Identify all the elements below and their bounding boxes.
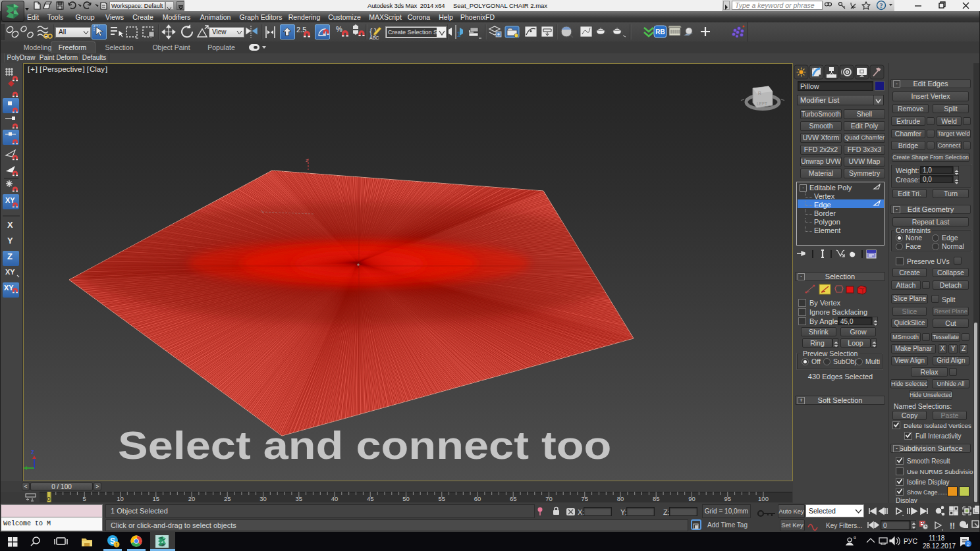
svg-text:R: R [758, 91, 761, 95]
svg-text:95: 95 [724, 495, 732, 502]
svg-text:?: ? [880, 2, 883, 9]
svg-text:15: 15 [153, 495, 160, 502]
svg-text:%: % [336, 25, 342, 33]
svg-text:55: 55 [439, 495, 446, 502]
svg-text:65: 65 [510, 495, 517, 502]
svg-text:z: z [306, 157, 308, 163]
svg-text:35: 35 [296, 495, 303, 502]
svg-text:RB: RB [655, 28, 665, 36]
svg-text:45: 45 [367, 495, 374, 502]
svg-text:90: 90 [688, 495, 695, 502]
svg-text:50: 50 [402, 495, 410, 502]
svg-text:75: 75 [582, 495, 589, 502]
svg-text:20: 20 [188, 495, 196, 502]
svg-text:1: 1 [115, 542, 118, 547]
svg-text:5: 5 [83, 495, 86, 502]
svg-text:1: 1 [457, 31, 461, 38]
svg-text:Z: Z [7, 251, 13, 261]
svg-text:XY: XY [5, 268, 15, 276]
svg-text:Key Filters...: Key Filters... [826, 522, 863, 529]
svg-text:X: X [7, 220, 13, 230]
svg-text:30: 30 [259, 495, 267, 502]
svg-text:0: 0 [47, 495, 50, 502]
svg-text:25: 25 [224, 495, 231, 502]
svg-text:2: 2 [967, 541, 970, 547]
svg-text:MAX: MAX [159, 544, 165, 547]
svg-text:85: 85 [653, 495, 660, 502]
svg-text:Y: Y [7, 236, 13, 246]
svg-text:28.12.2017: 28.12.2017 [923, 542, 956, 550]
svg-text:70: 70 [545, 495, 553, 502]
svg-text:100: 100 [758, 495, 769, 502]
svg-text:10: 10 [117, 495, 124, 502]
svg-text:z: z [31, 448, 34, 456]
svg-text:ABC: ABC [369, 36, 379, 40]
svg-text:я: я [854, 535, 856, 540]
svg-text:LEFT: LEFT [757, 101, 767, 106]
svg-text:11:18: 11:18 [929, 535, 945, 542]
svg-text:40: 40 [331, 495, 339, 502]
svg-text:РУС: РУС [904, 537, 917, 545]
svg-text:!!: !! [950, 521, 955, 531]
svg-text:80: 80 [617, 495, 624, 502]
svg-text:60: 60 [474, 495, 481, 502]
